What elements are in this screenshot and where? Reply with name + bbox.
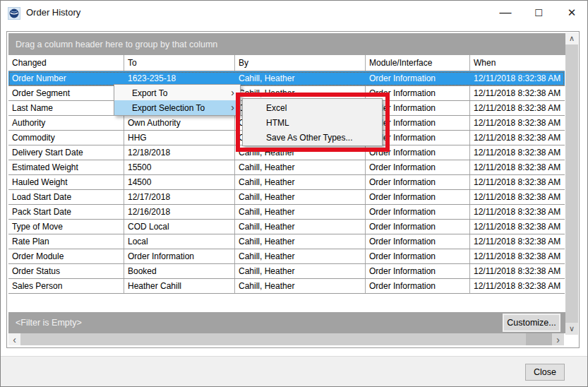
cell-by: Cahill, Heather xyxy=(235,175,366,189)
scroll-left-icon[interactable]: ‹ xyxy=(8,333,20,345)
cell-by: Cahill, Heather xyxy=(235,249,366,263)
cell-module: Order Information xyxy=(366,220,470,234)
cell-changed: Sales Person xyxy=(8,279,124,293)
column-header-by[interactable]: By xyxy=(235,55,366,71)
cell-to: COD Local xyxy=(124,220,235,234)
cell-to: 12/16/2018 xyxy=(124,205,235,219)
cell-by: Cahill, Heather xyxy=(235,145,366,160)
submenu-item-excel[interactable]: Excel xyxy=(243,100,382,115)
table-row[interactable]: Hauled Weight14500Cahill, HeatherOrder I… xyxy=(8,175,565,190)
scroll-up-icon[interactable]: ∧ xyxy=(565,32,578,44)
cell-when: 12/11/2018 8:32:38 AM xyxy=(470,101,565,115)
cell-when: 12/11/2018 8:32:38 AM xyxy=(470,264,565,278)
group-by-hint: Drag a column header here to group by th… xyxy=(16,40,217,49)
submenu-arrow-icon: › xyxy=(231,102,234,113)
cell-changed: Order Module xyxy=(8,249,124,263)
submenu-item-save-as-other-types-[interactable]: Save As Other Types... xyxy=(243,130,382,145)
table-row[interactable]: Type of MoveCOD LocalCahill, HeatherOrde… xyxy=(8,220,565,234)
export-selection-submenu: ExcelHTMLSave As Other Types... xyxy=(242,98,383,146)
table-row[interactable]: Rate PlanLocalCahill, HeatherOrder Infor… xyxy=(8,234,565,249)
vertical-scrollbar[interactable]: ∧ ∨ xyxy=(565,32,578,335)
cell-to: 15500 xyxy=(124,160,235,174)
cell-changed: Last Name xyxy=(8,101,124,115)
scroll-down-icon[interactable]: ∨ xyxy=(565,323,578,335)
filter-status: <Filter is Empty> xyxy=(16,318,82,328)
cell-when: 12/11/2018 8:32:38 AM xyxy=(470,131,565,145)
cell-by: Cahill, Heather xyxy=(235,220,366,234)
cell-module: Order Information xyxy=(366,205,470,219)
cell-when: 12/11/2018 8:32:38 AM xyxy=(470,234,565,249)
cell-changed: Order Segment xyxy=(8,86,124,100)
table-row[interactable]: Delivery Start Date12/18/2018Cahill, Hea… xyxy=(8,145,565,160)
cell-module: Order Information xyxy=(366,279,470,293)
table-row[interactable]: Order StatusBookedCahill, HeatherOrder I… xyxy=(8,264,565,279)
cell-when: 12/11/2018 8:32:38 AM xyxy=(470,145,565,160)
order-history-dialog: Order History — ☐ ✕ Drag a column header… xyxy=(0,0,588,387)
app-icon xyxy=(8,7,20,20)
table-row[interactable]: Load Start Date12/17/2018Cahill, Heather… xyxy=(8,190,565,205)
cell-when: 12/11/2018 8:32:38 AM xyxy=(470,205,565,219)
cell-changed: Order Number xyxy=(8,71,124,85)
cell-module: Order Information xyxy=(366,249,470,263)
cell-changed: Rate Plan xyxy=(8,234,124,249)
window-title: Order History xyxy=(26,7,80,18)
table-row[interactable]: Order Number1623-235-18Cahill, HeatherOr… xyxy=(8,71,565,86)
cell-changed: Authority xyxy=(8,116,124,130)
close-window-button[interactable]: ✕ xyxy=(558,1,586,25)
cell-by: Cahill, Heather xyxy=(235,190,366,204)
menu-item-export-selection-to[interactable]: Export Selection To› xyxy=(114,100,240,115)
cell-changed: Commodity xyxy=(8,131,124,145)
cell-to: Booked xyxy=(124,264,235,278)
cell-to: Own Authority xyxy=(124,116,235,130)
column-header-when[interactable]: When xyxy=(470,55,565,71)
cell-when: 12/11/2018 8:32:38 AM xyxy=(470,86,565,100)
cell-module: Order Information xyxy=(366,264,470,278)
scroll-right-icon[interactable]: › xyxy=(552,333,564,345)
cell-when: 12/11/2018 8:32:38 AM xyxy=(470,116,565,130)
column-header-module-interface[interactable]: Module/Interface xyxy=(366,55,470,71)
table-row[interactable]: Pack Start Date12/16/2018Cahill, Heather… xyxy=(8,205,565,220)
cell-to: 12/18/2018 xyxy=(124,145,235,160)
table-row[interactable]: Estimated Weight15500Cahill, HeatherOrde… xyxy=(8,160,565,175)
order-history-grid-panel: Drag a column header here to group by th… xyxy=(6,31,580,348)
menu-item-export-to[interactable]: Export To› xyxy=(114,85,240,100)
close-button[interactable]: Close xyxy=(525,364,565,381)
context-menu: Export To›Export Selection To› xyxy=(114,84,241,116)
customize-button[interactable]: Customize... xyxy=(503,314,560,332)
cell-changed: Load Start Date xyxy=(8,190,124,204)
filter-band: <Filter is Empty> Customize... xyxy=(8,312,565,333)
submenu-item-html[interactable]: HTML xyxy=(243,115,382,130)
cell-by: Cahill, Heather xyxy=(235,205,366,219)
cell-module: Order Information xyxy=(366,145,470,160)
cell-module: Order Information xyxy=(366,175,470,189)
cell-by: Cahill, Heather xyxy=(235,264,366,278)
submenu-arrow-icon: › xyxy=(231,87,234,98)
cell-changed: Delivery Start Date xyxy=(8,145,124,160)
cell-by: Cahill, Heather xyxy=(235,160,366,174)
cell-when: 12/11/2018 8:32:38 AM xyxy=(470,175,565,189)
titlebar: Order History — ☐ ✕ xyxy=(1,1,587,26)
horizontal-scrollbar[interactable]: ‹ › xyxy=(8,333,564,345)
cell-when: 12/11/2018 8:32:38 AM xyxy=(470,249,565,263)
cell-when: 12/11/2018 8:32:38 AM xyxy=(470,220,565,234)
table-row[interactable]: Sales PersonHeather CahillCahill, Heathe… xyxy=(8,279,565,294)
globe-icon xyxy=(9,8,19,18)
column-header-changed[interactable]: Changed xyxy=(8,55,124,71)
group-by-band[interactable]: Drag a column header here to group by th… xyxy=(8,33,565,55)
cell-module: Order Information xyxy=(366,234,470,249)
cell-when: 12/11/2018 8:32:38 AM xyxy=(470,71,565,85)
minimize-button[interactable]: — xyxy=(491,1,520,25)
cell-module: Order Information xyxy=(366,71,470,85)
cell-by: Cahill, Heather xyxy=(235,71,366,85)
cell-to: HHG xyxy=(124,131,235,145)
column-header-to[interactable]: To xyxy=(124,55,235,71)
horizontal-scrollbar-thumb[interactable] xyxy=(20,333,526,345)
cell-when: 12/11/2018 8:32:38 AM xyxy=(470,160,565,174)
dialog-footer: Close xyxy=(1,356,587,387)
cell-when: 12/11/2018 8:32:38 AM xyxy=(470,279,565,293)
cell-changed: Order Status xyxy=(8,264,124,278)
cell-module: Order Information xyxy=(366,190,470,204)
table-row[interactable]: Order ModuleOrder InformationCahill, Hea… xyxy=(8,249,565,264)
maximize-button[interactable]: ☐ xyxy=(524,1,553,25)
cell-to: 14500 xyxy=(124,175,235,189)
